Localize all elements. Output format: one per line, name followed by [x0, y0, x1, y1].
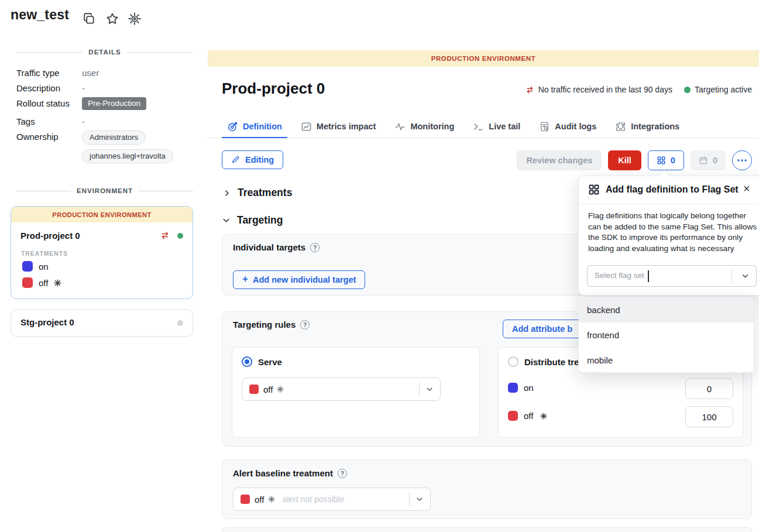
calendar-icon [699, 156, 708, 165]
help-icon[interactable]: ? [338, 469, 347, 478]
grid-icon [657, 156, 666, 165]
option-mobile[interactable]: mobile [579, 348, 754, 373]
flag-sets-button[interactable]: 0 [648, 150, 684, 170]
treatments-section-label: Treatments [238, 187, 292, 199]
more-actions-button[interactable] [732, 150, 752, 170]
tab-monitoring[interactable]: Monitoring [394, 115, 454, 138]
ownership-pill-user: johannes.liegl+travolta [82, 149, 173, 163]
editing-button[interactable]: Editing [222, 150, 283, 169]
individual-targets-heading-row: Individual targets ? [233, 242, 320, 252]
help-icon[interactable]: ? [300, 320, 310, 330]
distribute-off-label: off [524, 411, 533, 421]
details-heading: DETAILS [88, 49, 121, 56]
tab-label: Audit logs [555, 122, 596, 131]
default-treatment-icon [540, 413, 547, 420]
distribute-row-on: on [508, 383, 534, 393]
review-changes-button[interactable]: Review changes [517, 150, 602, 170]
status-row: No traffic received in the last 90 days … [526, 85, 752, 94]
tab-metrics-impact[interactable]: Metrics impact [301, 115, 376, 138]
production-environment-banner: PRODUCTION ENVIRONMENT [11, 207, 193, 222]
alert-baseline-hint: alert not possible [282, 495, 344, 504]
targeting-section-toggle[interactable]: Targeting [222, 214, 283, 226]
add-individual-target-label: Add new individual target [253, 275, 356, 284]
add-individual-target-button[interactable]: + Add new individual target [233, 270, 365, 289]
distribute-radio[interactable] [508, 356, 518, 367]
toolbar: Editing Review changes Kill 0 [222, 150, 752, 170]
environment-inactive-dot [177, 320, 183, 326]
flag-set-select[interactable] [587, 265, 757, 287]
serve-label: Serve [258, 357, 282, 367]
environment-card-staging[interactable]: Stg-project 0 [11, 309, 193, 337]
serve-radio-row[interactable]: Serve [242, 356, 282, 367]
tab-live-tail[interactable]: Live tail [473, 115, 520, 138]
option-backend[interactable]: backend [579, 297, 754, 322]
traffic-type-label: Traffic type [16, 68, 59, 78]
environment-name: Prod-project 0 [20, 231, 80, 241]
details-divider: DETAILS [16, 49, 193, 56]
environment-active-dot [177, 233, 183, 239]
serve-treatment-value: off [263, 385, 273, 394]
grid-icon [588, 184, 600, 195]
treatment-off-swatch [241, 495, 250, 504]
distribute-off-percent-input[interactable] [685, 406, 733, 427]
distribute-row-off: off [508, 411, 547, 421]
popup-header: Add flag definition to Flag Set [588, 184, 739, 195]
tags-value: - [82, 116, 85, 126]
rollout-status-badge: Pre-Production [82, 97, 146, 110]
ownership-label: Ownership [16, 132, 59, 142]
tags-label: Tags [16, 116, 35, 126]
treatment-off-label: off [39, 278, 48, 288]
close-icon[interactable]: × [743, 183, 750, 194]
flag-sets-count: 0 [671, 156, 675, 165]
text-caret [648, 270, 649, 282]
copy-icon[interactable] [82, 12, 96, 26]
popup-divider [579, 204, 759, 204]
kill-label: Kill [618, 156, 631, 165]
kill-button[interactable]: Kill [608, 150, 641, 170]
chevron-down-icon[interactable] [740, 271, 750, 281]
puzzle-icon [615, 121, 626, 132]
serve-radio[interactable] [242, 356, 252, 367]
toolbar-right-group: Review changes Kill 0 [517, 150, 752, 170]
flag-set-popup: Add flag definition to Flag Set × Flag d… [578, 176, 759, 296]
treatment-row-off: off [22, 277, 61, 288]
alert-baseline-heading: Alert baseline treatment [233, 468, 333, 478]
option-frontend[interactable]: frontend [579, 322, 754, 348]
treatment-off-swatch [508, 411, 518, 421]
traffic-swap-icon [526, 86, 534, 94]
treatments-section-toggle[interactable]: Treatments [223, 187, 292, 199]
help-icon[interactable]: ? [310, 243, 320, 252]
popup-title: Add flag definition to Flag Set [606, 184, 739, 195]
traffic-type-value: user [82, 68, 99, 78]
plus-icon: + [242, 273, 248, 285]
tab-label: Definition [243, 122, 282, 131]
tab-integrations[interactable]: Integrations [615, 115, 679, 138]
targeting-status-text: Targeting active [695, 85, 752, 94]
schedule-button[interactable]: 0 [691, 150, 726, 170]
staging-environment-name: Stg-project 0 [20, 317, 74, 327]
gear-icon[interactable] [128, 12, 142, 26]
traffic-swap-icon [160, 231, 170, 239]
tab-label: Integrations [631, 122, 679, 131]
tab-audit-logs[interactable]: Audit logs [539, 115, 596, 138]
serve-treatment-select[interactable]: off [242, 377, 441, 401]
tab-definition[interactable]: Definition [227, 115, 282, 138]
app-root: new_test DETAILS Traffic type user Descr… [0, 0, 759, 532]
distribute-on-percent-input[interactable] [685, 378, 733, 399]
schedule-count: 0 [713, 156, 717, 165]
environment-card-production[interactable]: PRODUCTION ENVIRONMENT Prod-project 0 TR… [11, 206, 193, 299]
chevron-right-icon [223, 189, 231, 197]
targeting-active-dot [684, 87, 691, 93]
metrics-chart-icon [301, 121, 312, 132]
tab-label: Metrics impact [317, 122, 376, 131]
alert-baseline-select[interactable]: off alert not possible [233, 488, 431, 511]
treatment-off-swatch [22, 277, 33, 288]
chevron-down-icon [425, 385, 434, 394]
treatment-off-swatch [249, 385, 259, 394]
alert-baseline-heading-row: Alert baseline treatment ? [233, 468, 347, 478]
terminal-icon [473, 121, 484, 132]
chevron-down-icon [415, 495, 424, 504]
flag-set-search-input[interactable] [595, 271, 682, 280]
star-icon[interactable] [105, 12, 119, 26]
treatment-on-label: on [39, 262, 49, 272]
